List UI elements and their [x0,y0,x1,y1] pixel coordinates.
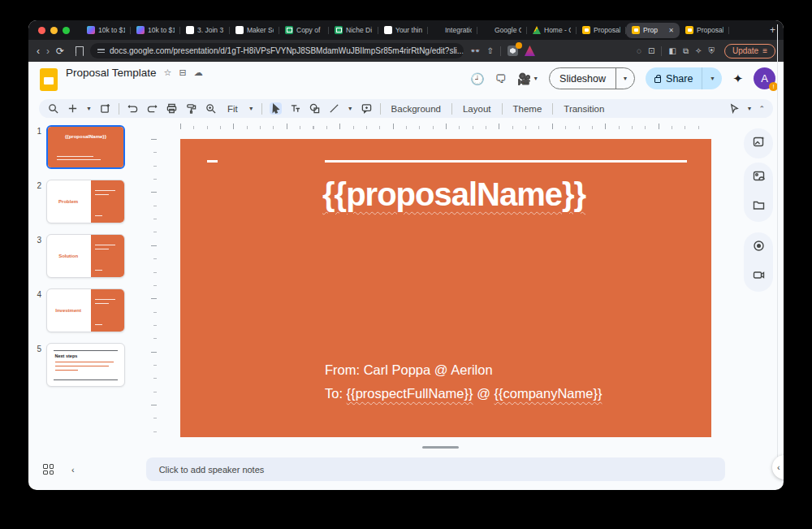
search-icon[interactable] [47,102,59,115]
sidebar-toggle-icon[interactable]: ◧ [668,46,676,55]
pointer-mode-icon[interactable] [728,102,741,115]
new-slide-button[interactable] [67,102,79,115]
grid-view-icon[interactable] [43,464,54,475]
gemini-icon[interactable]: ✦ [732,72,743,86]
reader-mode-icon[interactable]: 👓 [470,46,480,55]
templates-icon[interactable] [99,102,111,115]
share-button[interactable]: Share ▼ [646,67,722,89]
reload-icon[interactable]: ⟳ [56,46,64,57]
line-tool[interactable] [328,102,340,115]
photos-icon[interactable] [753,170,765,185]
chevron-down-icon[interactable]: ▼ [248,106,254,111]
image-generate-icon[interactable] [753,136,765,151]
version-history-icon[interactable]: 🕘 [470,72,484,85]
browser-tab[interactable]: Your thin ✕ [378,20,428,40]
chevron-down-icon[interactable]: ▼ [86,106,92,111]
collapse-filmstrip-icon[interactable]: ‹ [71,465,75,475]
folder-icon[interactable] [753,199,765,215]
zoom-window-button[interactable] [63,27,70,34]
cloud-status-icon[interactable]: ☁ [194,67,203,78]
shapes-tool[interactable] [309,102,321,115]
zoom-fit-dropdown[interactable]: Fit [224,102,241,115]
redo-icon[interactable] [146,102,158,115]
minimize-window-button[interactable] [50,27,58,34]
site-settings-icon[interactable] [97,49,105,52]
browser-tab[interactable]: Proposal ✕ [680,20,729,40]
menu-item[interactable] [90,80,100,83]
layout-button[interactable]: Layout [460,102,495,115]
menu-item[interactable] [163,80,173,83]
extension-password-icon[interactable] [508,46,518,56]
share-page-icon[interactable]: ⇧ [487,46,494,55]
zoom-icon[interactable] [205,102,217,115]
url-field[interactable]: docs.google.com/presentation/d/1gT-H8iVP… [90,43,464,59]
chevron-down-icon[interactable]: ▼ [710,76,715,81]
insert-comment-icon[interactable] [361,102,373,115]
collapse-toolbar-icon[interactable]: ⌃ [758,105,765,113]
slide-editor[interactable]: {{proposalName}} From: Carl Poppa @ Aeri… [180,139,711,437]
slideshow-button[interactable]: Slideshow ▼ [549,67,635,89]
menu-item[interactable] [66,80,76,83]
textbox-tool[interactable] [289,102,301,115]
bookmark-icon[interactable] [76,46,84,56]
menu-item[interactable] [114,80,124,83]
chevron-down-icon[interactable]: ▼ [747,106,753,111]
chevron-down-icon[interactable]: ▼ [348,106,353,111]
browser-tab[interactable]: Prop ✕ [626,23,680,38]
undo-icon[interactable] [127,102,139,115]
screenshot-icon[interactable]: ⊡ [648,46,654,55]
theme-button[interactable]: Theme [510,102,546,115]
comments-icon[interactable]: 🗨 [495,72,507,85]
horizontal-scrollbar[interactable] [422,446,459,449]
avatar[interactable]: A ! [754,67,775,89]
speaker-notes-input[interactable]: Click to add speaker notes [146,457,725,481]
slide-thumbnail[interactable]: {{proposalName}} [46,125,125,169]
browser-tab[interactable]: 10k to $1 ✕ [81,20,131,40]
menu-item[interactable] [78,80,88,83]
move-folder-icon[interactable]: ⊟ [179,67,186,78]
slide-thumbnail[interactable]: Investment Investment [46,288,125,332]
slide-thumbnail[interactable]: Problem Problem [46,180,125,223]
browser-tab[interactable]: Google C ✕ [477,20,527,40]
transition-button[interactable]: Transition [560,102,607,115]
video-camera-icon[interactable] [753,269,765,284]
menu-item[interactable] [175,80,185,83]
menu-item[interactable] [102,80,112,83]
select-tool[interactable] [270,102,282,115]
browser-tab[interactable]: Proposal ✕ [577,20,626,40]
slide-body-textbox[interactable]: From: Carl Poppa @ Aerilon To: {{prospec… [325,358,602,405]
meet-button[interactable]: 🎥▼ [517,72,538,85]
slides-logo[interactable] [40,68,58,91]
paint-format-icon[interactable] [185,102,197,115]
star-icon[interactable]: ☆ [164,67,172,78]
browser-tab[interactable]: Home - C ✕ [527,20,577,40]
slide-thumbnail[interactable]: Solution Solution [46,234,125,278]
slide-thumbnail[interactable]: Next steps Next steps [46,343,125,387]
background-button[interactable]: Background [388,102,444,115]
browser-tab[interactable]: Maker Sc ✕ [230,20,279,40]
update-button[interactable]: Update≡ [724,44,775,59]
back-icon[interactable]: ‹ [37,46,40,57]
menu-item[interactable] [127,80,136,83]
forward-icon[interactable]: › [46,46,50,57]
lasso-icon[interactable]: ◌ [637,46,641,55]
browser-tab[interactable]: Niche Di ✕ [329,20,378,40]
wand-icon[interactable]: ✧ [695,46,702,55]
browser-tab[interactable]: 10k to $1 ✕ [131,20,180,40]
browser-tab[interactable]: Copy of ✕ [279,20,329,40]
print-icon[interactable] [166,102,178,115]
close-window-button[interactable] [38,27,45,34]
browser-tab[interactable]: 3. Join 3 ✕ [180,20,230,40]
privacy-shield-icon[interactable]: ⛨ [708,46,715,56]
browser-tab[interactable]: Integratio ✕ [428,20,477,40]
new-tab-button[interactable]: + [762,24,784,36]
menu-item[interactable] [139,80,149,83]
chevron-down-icon[interactable]: ▼ [623,76,628,81]
menu-item[interactable] [151,80,161,83]
slide-title-textbox[interactable]: {{proposalName}} [322,176,585,213]
document-title[interactable]: Proposal Template [66,67,157,79]
record-icon[interactable] [753,240,765,255]
extension-adblock-icon[interactable]: 2 [525,46,535,56]
picture-in-picture-icon[interactable]: ⧉ [683,46,689,56]
tab-close-icon[interactable]: ✕ [668,27,674,34]
